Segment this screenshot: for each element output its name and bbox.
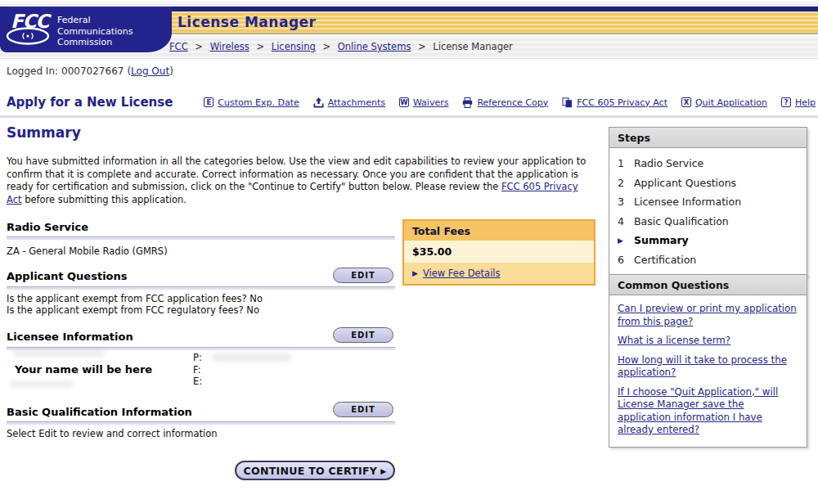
question-processing-time-link[interactable]: How long will it take to process the app…	[618, 354, 798, 380]
applicant-questions-heading: Applicant Questions	[7, 270, 128, 282]
help-link[interactable]: ? Help	[781, 97, 816, 108]
licensee-name: Your name will be here	[15, 363, 152, 376]
intro-text: You have submitted information in all th…	[7, 155, 586, 192]
breadcrumb-link-wireless[interactable]: Wireless	[210, 41, 249, 52]
toolbar-links: E Custom Exp. Date Attachments W Waivers	[204, 97, 816, 108]
email-label: E:	[193, 376, 202, 388]
logged-in-label: Logged In:	[7, 65, 58, 77]
edit-licensee-information-button[interactable]: EDIT	[333, 327, 393, 343]
continue-to-certify-button[interactable]: CONTINUE TO CERTIFY ▶	[235, 461, 395, 480]
breadcrumb: FCC > Wireless > Licensing > Online Syst…	[169, 41, 513, 52]
document-copy-icon	[562, 97, 573, 108]
waivers-link[interactable]: W Waivers	[399, 97, 449, 108]
phone-label: P:	[193, 352, 202, 364]
toolbar-divider	[0, 115, 818, 118]
common-questions-title: Common Questions	[609, 275, 807, 295]
summary-sections: Radio Service ZA - General Mobile Radio …	[7, 221, 395, 495]
step-radio-service: 1 Radio Service	[618, 154, 798, 173]
step-basic-qualification: 4 Basic Qualification	[618, 212, 798, 232]
attachments-link[interactable]: Attachments	[313, 97, 385, 108]
edit-applicant-questions-button[interactable]: EDIT	[333, 268, 393, 283]
section-divider	[7, 236, 395, 240]
question-quit-save-link[interactable]: If I choose "Quit Application," will Lic…	[618, 386, 798, 437]
total-fees-amount: $35.00	[404, 241, 594, 263]
breadcrumb-current: License Manager	[433, 41, 512, 52]
paren: )	[169, 65, 173, 77]
session-status: Logged In:0007027667(Log Out)	[7, 65, 173, 77]
log-out-link[interactable]: Log Out	[131, 65, 169, 77]
total-fees-box: Total Fees $35.00 ▶ View Fee Details	[402, 219, 596, 286]
steps-box: Steps 1 Radio Service 2 Applicant Questi…	[609, 127, 807, 277]
apply-for-new-license-title: Apply for a New License	[7, 95, 173, 110]
fcc-605-privacy-act-link[interactable]: FCC 605 Privacy Act	[562, 97, 667, 108]
continue-button-label: CONTINUE TO CERTIFY	[244, 465, 378, 477]
breadcrumb-separator: >	[322, 41, 330, 52]
radio-service-heading: Radio Service	[7, 221, 88, 233]
step-certification: 6 Certification	[618, 250, 798, 270]
radio-service-value: ZA - General Mobile Radio (GMRS)	[7, 245, 168, 257]
fee-details-row: ▶ View Fee Details	[404, 263, 594, 284]
step-applicant-questions: 2 Applicant Questions	[618, 173, 798, 193]
basic-qualification-note: Select Edit to review and correct inform…	[7, 428, 218, 439]
question-license-term-link[interactable]: What is a license term?	[618, 335, 798, 348]
right-arrow-icon: ▶	[412, 269, 418, 277]
attachments-upload-icon	[313, 97, 324, 108]
breadcrumb-link-fcc[interactable]: FCC	[169, 41, 188, 52]
custom-exp-date-icon: E	[204, 97, 213, 107]
steps-list: 1 Radio Service 2 Applicant Questions 3 …	[609, 148, 807, 276]
redacted-text	[213, 353, 291, 361]
redacted-text	[13, 350, 105, 356]
breadcrumb-link-licensing[interactable]: Licensing	[272, 41, 316, 52]
basic-qualification-heading: Basic Qualification Information	[7, 406, 192, 418]
summary-intro-text: You have submitted information in all th…	[7, 155, 594, 206]
current-step-arrow-icon: ▶	[618, 236, 626, 245]
licensee-contact-labels: P: F: E:	[193, 352, 202, 388]
applicant-question-line: Is the applicant exempt from FCC applica…	[7, 293, 263, 304]
edit-basic-qualification-button[interactable]: EDIT	[333, 402, 393, 417]
logo-name-line: Commission	[57, 37, 133, 48]
step-licensee-information: 3 Licensee Information	[618, 192, 798, 212]
app-title-banner: License Manager	[160, 11, 818, 34]
right-arrow-icon: ▶	[380, 467, 386, 475]
fax-label: F:	[193, 364, 202, 376]
redacted-text	[10, 381, 74, 387]
fcc-logo[interactable]: FCC Federal Communications Commission	[0, 7, 172, 52]
licensee-information-heading: Licensee Information	[7, 331, 133, 343]
summary-page-title: Summary	[7, 124, 81, 141]
license-manager-page: License Manager FCC > Wireless > Licensi…	[0, 0, 818, 504]
section-divider	[7, 286, 395, 290]
app-title: License Manager	[178, 14, 316, 30]
question-preview-print-link[interactable]: Can I preview or print my application fr…	[618, 303, 798, 328]
intro-text: before submitting this application.	[22, 194, 187, 205]
applicant-question-line: Is the applicant exempt from FCC regulat…	[7, 304, 259, 316]
fcc-seal-icon	[6, 27, 50, 45]
help-icon: ?	[781, 97, 791, 107]
breadcrumb-link-online-systems[interactable]: Online Systems	[338, 41, 411, 52]
steps-title: Steps	[609, 128, 807, 148]
breadcrumb-separator: >	[195, 41, 203, 52]
custom-exp-date-link[interactable]: E Custom Exp. Date	[204, 97, 299, 108]
quit-application-link[interactable]: X Quit Application	[681, 97, 767, 108]
quit-x-icon: X	[681, 97, 691, 107]
common-questions-box: Common Questions Can I preview or print …	[609, 274, 807, 448]
section-divider	[7, 421, 395, 425]
logo-name-line: Federal	[57, 15, 133, 26]
fcc-logo-name: Federal Communications Commission	[57, 15, 133, 48]
step-summary-current: ▶ Summary	[618, 231, 798, 250]
application-toolbar: Apply for a New License E Custom Exp. Da…	[7, 92, 816, 112]
user-id: 0007027667	[61, 65, 124, 77]
printer-icon	[462, 97, 473, 108]
reference-copy-link[interactable]: Reference Copy	[462, 97, 548, 108]
breadcrumb-separator: >	[256, 41, 264, 52]
view-fee-details-link[interactable]: View Fee Details	[423, 268, 501, 279]
common-questions-list: Can I preview or print my application fr…	[609, 295, 807, 447]
total-fees-title: Total Fees	[404, 221, 594, 241]
waivers-icon: W	[399, 97, 409, 107]
logo-name-line: Communications	[57, 26, 133, 38]
breadcrumb-separator: >	[418, 41, 426, 52]
header-top-strip	[0, 0, 818, 7]
